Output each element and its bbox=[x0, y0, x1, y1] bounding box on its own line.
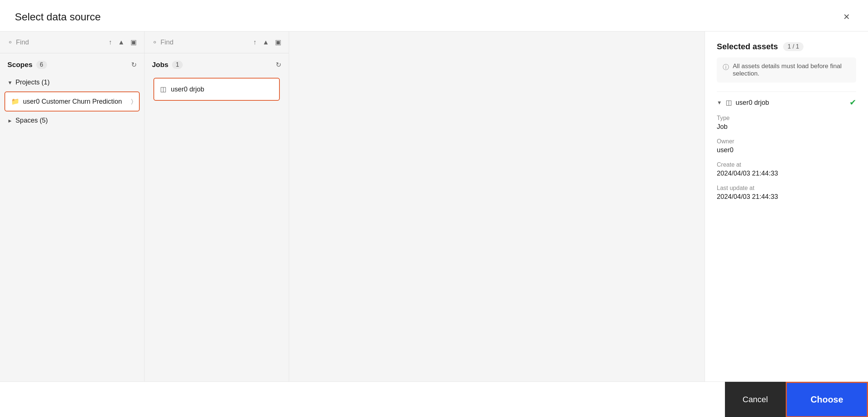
asset-type-value: Job bbox=[717, 123, 856, 131]
jobs-label: Jobs 1 bbox=[152, 61, 183, 69]
project-folder-icon: 📁 bbox=[11, 97, 19, 106]
asset-check-icon: ✔ bbox=[849, 98, 856, 107]
projects-group-label: Projects (1) bbox=[16, 79, 50, 86]
modal-title: Select data source bbox=[15, 11, 101, 23]
asset-updated-row: Last update at 2024/04/03 21:44:33 bbox=[717, 185, 856, 201]
asset-chevron-icon: ▼ bbox=[717, 100, 722, 106]
asset-created-value: 2024/04/03 21:44:33 bbox=[717, 170, 856, 177]
modal-body: ⚬ Find ↑ ▲ ▣ Scopes 6 ↻ ▼ bbox=[0, 31, 868, 381]
job-item-label: user0 drjob bbox=[171, 86, 204, 93]
jobs-filter-icon[interactable]: ▲ bbox=[262, 39, 269, 46]
projects-chevron-icon: ▼ bbox=[7, 80, 13, 86]
asset-type-row: Type Job bbox=[717, 115, 856, 131]
job-item[interactable]: ◫ user0 drjob bbox=[153, 78, 280, 101]
project-item-arrow-icon: 〉 bbox=[131, 98, 133, 105]
jobs-content: ◫ user0 drjob bbox=[145, 73, 289, 381]
jobs-toolbar-icons: ↑ ▲ ▣ bbox=[253, 38, 281, 46]
scopes-refresh-icon[interactable]: ↻ bbox=[131, 61, 137, 69]
scopes-label: Scopes 6 bbox=[7, 61, 47, 69]
close-button[interactable]: ✕ bbox=[840, 10, 853, 24]
asset-name-label: user0 drjob bbox=[736, 99, 769, 107]
selected-assets-title: Selected assets bbox=[717, 42, 778, 51]
asset-owner-row: Owner user0 bbox=[717, 138, 856, 154]
selected-assets-header: Selected assets 1 / 1 bbox=[717, 42, 856, 51]
asset-item-header: ▼ ◫ user0 drjob ✔ bbox=[717, 98, 856, 107]
jobs-search-placeholder: Find bbox=[160, 39, 173, 46]
selected-info-text: All assets details must load before fina… bbox=[733, 63, 850, 77]
selected-assets-panel: Selected assets 1 / 1 ⓘ All assets detai… bbox=[705, 31, 868, 381]
spaces-group-header[interactable]: ► Spaces (5) bbox=[4, 113, 140, 128]
selected-assets-count: 1 / 1 bbox=[783, 42, 804, 51]
job-db-icon: ◫ bbox=[160, 85, 166, 93]
jobs-panel: ⚬ Find ↑ ▲ ▣ Jobs 1 ↻ ◫ user bbox=[145, 31, 289, 381]
scopes-section-header: Scopes 6 ↻ bbox=[0, 53, 144, 73]
jobs-sort-icon[interactable]: ↑ bbox=[253, 39, 256, 46]
scopes-content: ▼ Projects (1) 📁 user0 Customer Churn Pr… bbox=[0, 73, 144, 381]
jobs-search-box[interactable]: ⚬ Find bbox=[152, 38, 249, 46]
jobs-layout-icon[interactable]: ▣ bbox=[275, 38, 281, 46]
project-item-left: 📁 user0 Customer Churn Prediction bbox=[11, 97, 122, 106]
jobs-count: 1 bbox=[172, 61, 183, 69]
asset-updated-label: Last update at bbox=[717, 185, 856, 191]
asset-type-icon: ◫ bbox=[726, 99, 732, 107]
scopes-filter-icon[interactable]: ▲ bbox=[118, 39, 125, 46]
jobs-search-icon: ⚬ bbox=[152, 38, 158, 46]
select-datasource-modal: Select data source ✕ ⚬ Find ↑ ▲ ▣ Scopes bbox=[0, 0, 868, 417]
scopes-search-box[interactable]: ⚬ Find bbox=[7, 38, 104, 46]
empty-panel bbox=[289, 31, 705, 381]
scopes-panel: ⚬ Find ↑ ▲ ▣ Scopes 6 ↻ ▼ bbox=[0, 31, 145, 381]
scopes-search-placeholder: Find bbox=[16, 39, 29, 46]
cancel-button[interactable]: Cancel bbox=[725, 382, 786, 417]
scopes-sort-icon[interactable]: ↑ bbox=[109, 39, 112, 46]
spaces-chevron-icon: ► bbox=[7, 118, 13, 124]
scopes-toolbar: ⚬ Find ↑ ▲ ▣ bbox=[0, 31, 144, 53]
selected-asset-item: ▼ ◫ user0 drjob ✔ Type Job Owner user0 C… bbox=[717, 91, 856, 208]
spaces-group-label: Spaces (5) bbox=[16, 117, 48, 124]
asset-owner-label: Owner bbox=[717, 138, 856, 145]
asset-owner-value: user0 bbox=[717, 146, 856, 154]
asset-created-label: Create at bbox=[717, 161, 856, 168]
asset-created-row: Create at 2024/04/03 21:44:33 bbox=[717, 161, 856, 177]
project-item[interactable]: 📁 user0 Customer Churn Prediction 〉 bbox=[4, 91, 140, 111]
asset-item-left: ▼ ◫ user0 drjob bbox=[717, 99, 769, 107]
project-item-label: user0 Customer Churn Prediction bbox=[23, 98, 122, 106]
scopes-search-icon: ⚬ bbox=[7, 38, 13, 46]
selected-assets-info: ⓘ All assets details must load before fi… bbox=[717, 57, 856, 83]
scopes-count: 6 bbox=[36, 61, 47, 69]
asset-updated-value: 2024/04/03 21:44:33 bbox=[717, 193, 856, 201]
choose-button[interactable]: Choose bbox=[786, 382, 868, 417]
info-icon: ⓘ bbox=[723, 63, 729, 71]
modal-footer: Cancel Choose bbox=[0, 381, 868, 417]
jobs-refresh-icon[interactable]: ↻ bbox=[276, 61, 281, 69]
projects-group-header[interactable]: ▼ Projects (1) bbox=[4, 75, 140, 90]
jobs-toolbar: ⚬ Find ↑ ▲ ▣ bbox=[145, 31, 289, 53]
jobs-section-header: Jobs 1 ↻ bbox=[145, 53, 289, 73]
asset-type-label: Type bbox=[717, 115, 856, 121]
modal-header: Select data source ✕ bbox=[0, 0, 868, 31]
scopes-toolbar-icons: ↑ ▲ ▣ bbox=[109, 38, 137, 46]
scopes-layout-icon[interactable]: ▣ bbox=[130, 38, 137, 46]
